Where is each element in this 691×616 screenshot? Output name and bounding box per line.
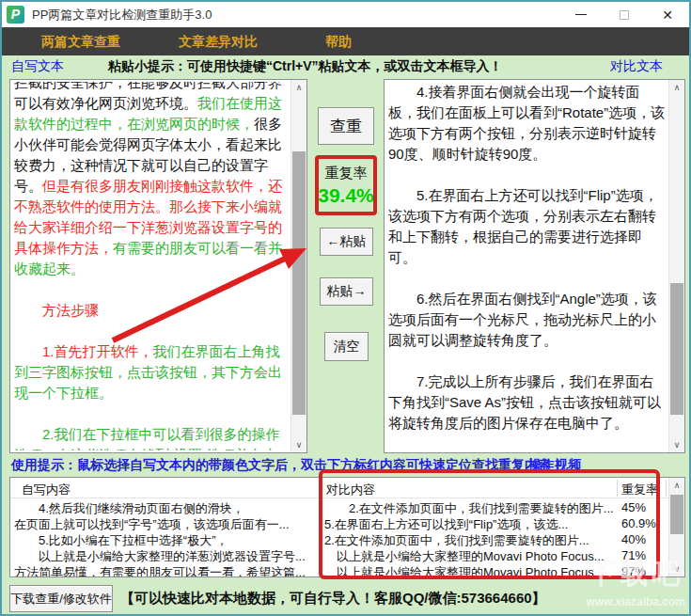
download-software-button[interactable]: 下载查重/修改软件	[9, 585, 113, 612]
result-percentage: 71%	[621, 548, 668, 562]
results-scrollbar-thumb[interactable]	[670, 495, 683, 534]
results-rows: 4.然后我们继续滑动页面右侧的滑块， 2.在文件添加页面中，我们找到需要旋转的图…	[10, 500, 668, 577]
minimize-icon	[575, 14, 587, 15]
footer-notice: 【可以快速比对本地数据，可自行导入！客服QQ/微信:573664660】	[120, 590, 546, 608]
app-window: P PP两篇文章对比检测查重助手3.0 ✕ 两篇文章查重 文章差异对比 帮助 自…	[0, 0, 691, 616]
results-header: 自写内容 对比内容 重复率	[10, 478, 668, 498]
usage-bar: 使用提示：鼠标选择自写文本内的带颜色文字后，双击下方标红内容可快速定位查找重复内…	[2, 456, 689, 475]
app-icon: P	[7, 6, 24, 24]
result-row[interactable]: 5.比如小编在下拉框中选择“极大”，2.在文件添加页面中，我们找到需要旋转的图片…	[10, 532, 668, 548]
usage-hint-text: 使用提示：鼠标选择自写文本内的带颜色文字后，双击下方标红内容可快速定位查找重复内…	[11, 457, 564, 474]
close-button[interactable]: ✕	[646, 2, 689, 27]
paragraph: 可以有效净化网页浏览环境。我们在使用这款软件的过程中，在浏览网页的时候，很多小伙…	[14, 93, 289, 279]
result-compare-text: 5.在界面右上方还可以找到“Flip”选项，该选...	[324, 516, 614, 533]
window-title: PP两篇文章对比检测查重助手3.0	[32, 7, 212, 24]
watermark-url: www.xiazaiba.com	[586, 595, 685, 608]
right-scrollbar-thumb[interactable]	[670, 283, 683, 415]
result-percentage: 60.9%	[621, 516, 668, 530]
scroll-down-icon[interactable]: ∨	[669, 437, 684, 452]
paragraph: 方法步骤	[14, 300, 289, 321]
result-own-text: 在页面上就可以找到“字号”选项，该选项后面有一...	[14, 516, 321, 533]
header-separator	[617, 480, 618, 497]
header-own-content: 自写内容	[22, 482, 71, 498]
scroll-up-icon[interactable]: ∧	[669, 478, 684, 493]
paragraph: 1.首先打开软件，我们在界面右上角找到三字图标按钮，点击该按钮，其下方会出现一个…	[14, 341, 289, 403]
result-percentage: 97%	[621, 564, 668, 577]
close-icon: ✕	[662, 8, 673, 23]
result-own-text: 5.比如小编在下拉框中选择“极大”，	[14, 532, 321, 549]
repeat-rate-label: 重复率	[325, 165, 368, 182]
scroll-down-icon[interactable]: ∨	[291, 437, 306, 452]
result-own-text: 4.然后我们继续滑动页面右侧的滑块，	[14, 500, 321, 517]
left-scrollbar-thumb[interactable]	[292, 151, 306, 415]
scroll-up-icon[interactable]: ∧	[669, 80, 684, 95]
result-percentage: 45%	[621, 500, 668, 514]
result-own-text: 以上就是小编给大家整理的洋葱浏览器设置字号...	[14, 548, 321, 565]
titlebar: P PP两篇文章对比检测查重助手3.0 ✕	[2, 2, 689, 27]
result-row[interactable]: 在页面上就可以找到“字号”选项，该选项后面有一...5.在界面右上方还可以找到“…	[10, 516, 668, 532]
maximize-icon	[620, 10, 629, 20]
paste-right-button[interactable]: 粘贴→	[320, 277, 373, 306]
check-duplicate-button[interactable]: 查重	[318, 107, 374, 145]
own-text-content: 拦截的安全保护，在能够及时拦截大部分界面骚扰功能， 可以有效净化网页浏览环境。我…	[14, 82, 289, 450]
scroll-down-icon[interactable]: ∨	[669, 561, 684, 577]
window-controls: ✕	[559, 2, 689, 27]
paragraph: 6.然后在界面右侧找到“Angle”选项，该选项后面有一个光标尺，拖动光标尺上的…	[388, 289, 667, 351]
paragraph: 2.我们在下拉框中可以看到很多的操作选项，在这些选项中找到“设置”选项并点击即可…	[14, 424, 289, 450]
header-separator	[666, 480, 667, 497]
maximize-button[interactable]	[603, 2, 646, 27]
paste-hint-text: 粘贴小提示：可使用快捷键“Ctrl+V”粘贴文本，或双击文本框导入！	[108, 58, 503, 75]
menubar: 两篇文章查重 文章差异对比 帮助	[2, 27, 689, 55]
tutorial-video-link[interactable]: 操作视频	[528, 457, 581, 474]
result-compare-text: 2.在文件添加页面中，我们找到需要旋转的图片...	[324, 532, 614, 549]
result-percentage: 40%	[621, 532, 668, 546]
header-repeat-rate: 重复率	[621, 482, 658, 498]
paragraph: 5.在界面右上方还可以找到“Flip”选项，该选项下方有两个选项，分别表示左右翻…	[388, 185, 667, 268]
left-scrollbar[interactable]: ∧ ∨	[291, 80, 306, 452]
compare-text-content: 4.接着界面右侧就会出现一个旋转面板，我们在面板上可以看到“Rotate”选项，…	[388, 82, 667, 450]
repeat-rate-box: 重复率 39.4%	[315, 155, 377, 215]
clipped-line: 拦截的安全保护，在能够及时拦截大部分界面骚扰功能，	[14, 82, 289, 93]
own-text-label: 自写文本	[11, 58, 64, 75]
compare-text-label: 对比文本	[610, 58, 663, 75]
right-scrollbar[interactable]: ∧ ∨	[668, 80, 684, 452]
result-compare-text: 2.在文件添加页面中，我们找到需要旋转的图片...	[324, 500, 614, 517]
header-compare-content: 对比内容	[326, 482, 375, 498]
paragraph: 4.接着界面右侧就会出现一个旋转面板，我们在面板上可以看到“Rotate”选项，…	[388, 82, 667, 165]
hint-bar: 自写文本 粘贴小提示：可使用快捷键“Ctrl+V”粘贴文本，或双击文本框导入！ …	[2, 55, 689, 78]
scroll-up-icon[interactable]: ∧	[291, 80, 306, 95]
result-row[interactable]: 4.然后我们继续滑动页面右侧的滑块， 2.在文件添加页面中，我们找到需要旋转的图…	[10, 500, 668, 516]
paste-left-button[interactable]: ←粘贴	[320, 228, 373, 256]
repeat-rate-value: 39.4%	[318, 184, 374, 207]
minimize-button[interactable]	[559, 2, 603, 27]
result-own-text: 方法简单易懂，有需要的朋友可以看一看，希望这篇...	[14, 564, 321, 577]
compare-text-area[interactable]: 4.接着界面右侧就会出现一个旋转面板，我们在面板上可以看到“Rotate”选项，…	[384, 79, 685, 453]
result-row[interactable]: 方法简单易懂，有需要的朋友可以看一看，希望这篇... 以上就是小编给大家整理的M…	[10, 564, 668, 577]
clear-button[interactable]: 清空	[324, 332, 369, 361]
result-compare-text: 以上就是小编给大家整理的Movavi Photo Focus...	[324, 564, 614, 577]
result-row[interactable]: 以上就是小编给大家整理的洋葱浏览器设置字号... 以上就是小编给大家整理的Mov…	[10, 548, 668, 564]
paragraph: 7.完成以上所有步骤后，我们在界面右下角找到“Save As”按钮，点击该按钮就…	[388, 371, 667, 434]
results-scrollbar[interactable]: ∧ ∨	[668, 478, 684, 577]
result-compare-text: 以上就是小编给大家整理的Movavi Photo Focus...	[324, 548, 614, 565]
own-text-area[interactable]: 拦截的安全保护，在能够及时拦截大部分界面骚扰功能， 可以有效净化网页浏览环境。我…	[9, 79, 307, 453]
menu-item-diff-compare[interactable]: 文章差异对比	[179, 27, 258, 55]
menu-item-duplicate-check[interactable]: 两篇文章查重	[41, 27, 120, 55]
menu-item-help[interactable]: 帮助	[325, 27, 352, 55]
results-panel: 自写内容 对比内容 重复率 4.然后我们继续滑动页面右侧的滑块， 2.在文件添加…	[9, 477, 685, 577]
